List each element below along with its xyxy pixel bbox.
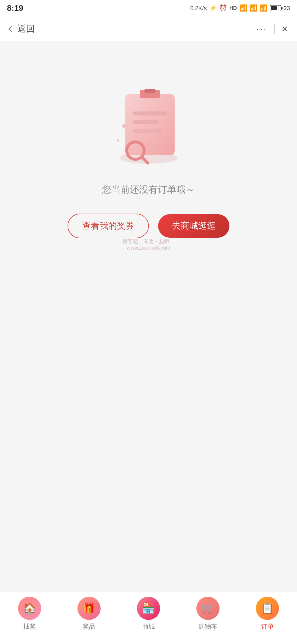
battery-level: 23 bbox=[284, 5, 290, 12]
mall-icon: 🏪 bbox=[137, 597, 160, 620]
nav-divider bbox=[274, 24, 275, 34]
svg-rect-7 bbox=[133, 129, 162, 133]
nav-item-prize[interactable]: 🎁 奖品 bbox=[63, 597, 115, 631]
svg-point-10 bbox=[122, 124, 126, 128]
status-icons: 0.2K/s ⚡ ⏰ HD 📶 📶 📶 23 bbox=[190, 4, 290, 12]
signal-bar-icon: 📶 bbox=[239, 4, 247, 12]
nav-item-cart[interactable]: 🛒 购物车 bbox=[182, 597, 234, 631]
signal-bar2-icon: 📶 bbox=[249, 4, 257, 12]
prize-icon: 🎁 bbox=[77, 597, 101, 620]
nav-label-mall: 商城 bbox=[142, 622, 155, 631]
nav-item-order[interactable]: 📋 订单 bbox=[241, 597, 294, 631]
action-buttons: 查看我的奖券 去商城逛逛 bbox=[68, 214, 229, 238]
bottom-nav: 🏠 抽奖 🎁 奖品 🏪 商城 🛒 购物车 📋 订单 bbox=[0, 592, 297, 644]
back-chevron-icon bbox=[8, 26, 15, 32]
alarm-icon: ⏰ bbox=[219, 4, 227, 12]
empty-state-message: 您当前还没有订单哦～ bbox=[102, 183, 195, 196]
wifi-icon: 📶 bbox=[260, 4, 267, 12]
lottery-icon: 🏠 bbox=[18, 597, 41, 620]
go-shop-button[interactable]: 去商城逛逛 bbox=[158, 214, 229, 238]
nav-label-cart: 购物车 bbox=[198, 622, 218, 631]
status-bar: 8:19 0.2K/s ⚡ ⏰ HD 📶 📶 📶 23 bbox=[0, 0, 297, 16]
nav-item-lottery[interactable]: 🏠 抽奖 bbox=[3, 597, 56, 631]
battery-icon bbox=[270, 5, 281, 11]
nav-right-actions: ··· × bbox=[256, 23, 288, 35]
svg-rect-6 bbox=[133, 120, 159, 124]
watermark: 赚客吧，有奖一起赚！ www.zuanke8.com bbox=[122, 238, 175, 251]
nav-label-prize: 奖品 bbox=[83, 622, 95, 631]
nav-label-order: 订单 bbox=[261, 622, 274, 631]
watermark-line1: 赚客吧，有奖一起赚！ bbox=[122, 238, 175, 245]
svg-rect-4 bbox=[144, 89, 156, 93]
close-button[interactable]: × bbox=[282, 23, 288, 35]
back-label: 返回 bbox=[17, 23, 35, 35]
cart-icon: 🛒 bbox=[196, 597, 220, 620]
svg-rect-2 bbox=[125, 94, 175, 155]
watermark-line2: www.zuanke8.com bbox=[122, 245, 175, 251]
main-content: 您当前还没有订单哦～ 查看我的奖券 去商城逛逛 赚客吧，有奖一起赚！ www.z… bbox=[0, 42, 297, 593]
svg-point-11 bbox=[117, 139, 119, 142]
bluetooth-icon: ⚡ bbox=[209, 4, 217, 12]
back-button[interactable]: 返回 bbox=[9, 23, 35, 35]
empty-illustration bbox=[102, 77, 195, 169]
status-time: 8:19 bbox=[7, 3, 23, 13]
svg-rect-5 bbox=[133, 111, 167, 116]
nav-bar: 返回 ··· × bbox=[0, 16, 297, 42]
view-coupon-button[interactable]: 查看我的奖券 bbox=[68, 214, 149, 238]
signal-hd-icon: HD bbox=[229, 5, 237, 11]
nav-label-lottery: 抽奖 bbox=[23, 622, 36, 631]
network-speed: 0.2K/s bbox=[190, 5, 207, 12]
nav-item-mall[interactable]: 🏪 商城 bbox=[122, 597, 175, 631]
more-options-button[interactable]: ··· bbox=[256, 24, 267, 34]
order-icon: 📋 bbox=[256, 597, 279, 620]
